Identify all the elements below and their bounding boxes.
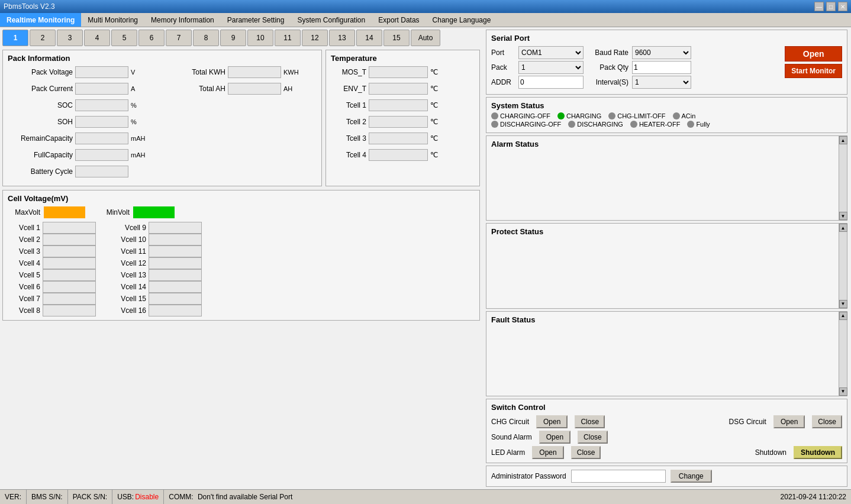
vcell16-input[interactable] [149,305,202,316]
tab-multi-monitoring[interactable]: Multi Monitoring [81,13,144,27]
pack-tab-4[interactable]: 4 [84,30,110,46]
vcell7-input[interactable] [43,293,96,305]
protect-scroll-down[interactable]: ▼ [839,300,847,308]
tcell2-row: Tcell 2 ℃ [331,116,475,128]
vcell9-input[interactable] [149,222,202,234]
pack-info-right: Total KWH KWH Total AH AH [160,66,301,182]
tcell2-input[interactable] [369,116,428,128]
pack-tab-5[interactable]: 5 [111,30,137,46]
led-alarm-close-button[interactable]: Close [571,446,601,459]
vcell4-input[interactable] [43,257,96,269]
sound-alarm-close-button[interactable]: Close [578,431,608,444]
pack-tab-1[interactable]: 1 [2,30,28,46]
env-t-unit: ℃ [430,85,438,93]
sp-interval-select[interactable]: 1 [632,76,691,89]
pack-tab-2[interactable]: 2 [30,30,56,46]
pack-tab-auto[interactable]: Auto [411,30,440,46]
start-monitor-button[interactable]: Start Monitor [785,64,842,78]
tab-system-configuration[interactable]: System Configuration [291,13,372,27]
pack-tab-13[interactable]: 13 [329,30,355,46]
vcell6-input[interactable] [43,281,96,293]
tab-memory-information[interactable]: Memory Information [144,13,221,27]
vcell15-input[interactable] [149,293,202,305]
tab-export-datas[interactable]: Export Datas [372,13,426,27]
mos-t-input[interactable] [369,66,428,78]
vcell15-row: Vcell 15 [114,293,202,305]
tcell3-unit: ℃ [430,134,438,143]
total-ah-input[interactable] [228,83,281,95]
close-button[interactable]: ✕ [838,2,847,11]
pack-voltage-input[interactable] [75,66,128,78]
fully-item: Fully [687,121,710,128]
alarm-scroll-down[interactable]: ▼ [839,212,847,220]
tcell3-input[interactable] [369,133,428,144]
vcell11-input[interactable] [149,245,202,257]
vcell3-input[interactable] [43,245,96,257]
discharging-led [568,121,575,128]
sp-addr-input[interactable] [518,76,584,89]
vcell10-input[interactable] [149,234,202,245]
sp-pack-select[interactable]: 1 [518,61,584,74]
tab-parameter-setting[interactable]: Parameter Setting [221,13,291,27]
led-alarm-open-button[interactable]: Open [532,446,563,459]
pack-tab-3[interactable]: 3 [57,30,83,46]
vcell2-input[interactable] [43,234,96,245]
vcell8-input[interactable] [43,305,96,316]
tcell1-input[interactable] [369,99,428,111]
tab-realtime-monitoring[interactable]: Realtime Monitoring [0,13,81,27]
protect-status-box: Protect Status ▲ ▼ [486,223,847,308]
soc-input[interactable] [75,99,128,111]
soh-input[interactable] [75,116,128,128]
protect-scroll-up[interactable]: ▲ [839,224,847,232]
alarm-status-title: Alarm Status [491,140,842,148]
remain-cap-input[interactable] [75,133,128,144]
vcell12-input[interactable] [149,257,202,269]
pack-tab-6[interactable]: 6 [138,30,165,46]
sp-pack-qty-input[interactable] [632,61,691,74]
maximize-button[interactable]: □ [826,2,836,11]
fault-scroll-up[interactable]: ▲ [839,312,847,320]
pack-current-input[interactable] [75,83,128,95]
fault-scroll-down[interactable]: ▼ [839,387,847,396]
protect-scrollbar[interactable]: ▲ ▼ [839,224,847,308]
tab-change-language[interactable]: Change Language [426,13,498,27]
pack-tab-14[interactable]: 14 [356,30,382,46]
chg-circuit-close-button[interactable]: Close [575,415,605,428]
vcell5-input[interactable] [43,269,96,281]
battery-cycle-input[interactable] [75,166,128,177]
admin-password-input[interactable] [571,470,666,483]
pack-tab-12[interactable]: 12 [302,30,328,46]
sound-alarm-label: Sound Alarm [491,433,532,441]
mos-t-unit: ℃ [430,68,438,76]
dsg-circuit-open-button[interactable]: Open [773,415,805,428]
change-button[interactable]: Change [671,470,712,483]
vcell13-input[interactable] [149,269,202,281]
vcell1-input[interactable] [43,222,96,234]
total-kwh-input[interactable] [228,66,281,78]
vcell14-input[interactable] [149,281,202,293]
shutdown-button[interactable]: Shutdown [794,446,842,459]
chg-limit-off-label: CHG-LIMIT-OFF [617,112,665,119]
alarm-status-box: Alarm Status ▲ ▼ [486,135,847,221]
fault-scrollbar[interactable]: ▲ ▼ [839,312,847,396]
tcell4-input[interactable] [369,149,428,161]
open-button[interactable]: Open [785,46,842,62]
sound-alarm-open-button[interactable]: Open [539,431,570,444]
dsg-circuit-close-button[interactable]: Close [812,415,842,428]
env-t-input[interactable] [369,83,428,95]
pack-tab-10[interactable]: 10 [247,30,273,46]
minimize-button[interactable]: — [814,2,824,11]
pack-tab-7[interactable]: 7 [166,30,192,46]
pack-tab-11[interactable]: 11 [275,30,301,46]
full-cap-input[interactable] [75,149,128,161]
minvolt-bar [133,206,175,218]
sp-port-select[interactable]: COM1 [518,46,584,59]
pack-tab-9[interactable]: 9 [220,30,246,46]
soc-row: SOC % [8,99,149,111]
sp-baud-select[interactable]: 9600 [632,46,691,59]
alarm-scrollbar[interactable]: ▲ ▼ [839,136,847,220]
chg-circuit-open-button[interactable]: Open [536,415,568,428]
alarm-scroll-up[interactable]: ▲ [839,136,847,144]
pack-tab-8[interactable]: 8 [193,30,219,46]
pack-tab-15[interactable]: 15 [383,30,410,46]
